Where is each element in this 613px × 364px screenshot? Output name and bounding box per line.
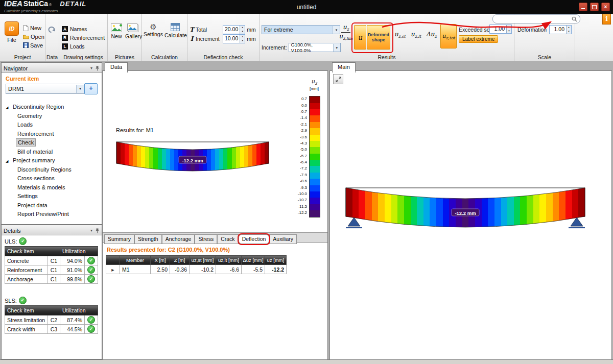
- names-toggle[interactable]: A Names: [62, 25, 105, 33]
- uztot-button[interactable]: uz,tot: [440, 24, 457, 48]
- calculate-button[interactable]: Calculate: [164, 23, 186, 38]
- uzst-button[interactable]: uz,st: [393, 29, 407, 40]
- legend-color-cell: [310, 115, 320, 122]
- collapse-icon[interactable]: ▾: [90, 66, 92, 70]
- maximize-button[interactable]: [590, 3, 599, 11]
- tree-item-cross-sections[interactable]: Cross-sections: [3, 174, 101, 183]
- result-tab-strength[interactable]: Strength: [134, 234, 162, 244]
- main-panel-tab[interactable]: Main: [332, 62, 356, 72]
- uls-section-label: ULS:✓: [5, 237, 27, 245]
- result-tab-anchorage[interactable]: Anchorage: [162, 234, 195, 244]
- new-button[interactable]: New: [23, 23, 44, 32]
- minimize-icon: [581, 8, 585, 9]
- fit-view-button[interactable]: [333, 74, 343, 84]
- u-result-button[interactable]: u: [354, 25, 366, 50]
- legend-tick: -7.9: [298, 172, 309, 178]
- tree-item-project-data[interactable]: Project data: [3, 201, 101, 210]
- save-button[interactable]: Save: [23, 41, 44, 50]
- file-button[interactable]: ID File: [2, 21, 22, 43]
- pin-icon[interactable]: [95, 66, 100, 71]
- label-extreme-button[interactable]: Label extreme: [459, 35, 498, 43]
- legend-color-cell: [310, 160, 320, 166]
- results-column-header[interactable]: Δuz [mm]: [242, 256, 265, 265]
- results-column-header[interactable]: X [m]: [151, 256, 170, 265]
- tree-item-bill-of-material[interactable]: Bill of material: [3, 148, 101, 157]
- results-table: MemberX [m]Z [m]uz,st [mm]uz,lt [mm]Δuz …: [106, 255, 287, 274]
- total-input[interactable]: 20.00▲▼: [223, 25, 245, 34]
- result-tab-summary[interactable]: Summary: [104, 234, 134, 244]
- collapse-icon[interactable]: ▾: [90, 228, 92, 233]
- uzlt-button[interactable]: uz,lt: [410, 29, 422, 40]
- tree-item-report-preview-print[interactable]: Report Preview/Print: [3, 210, 101, 219]
- check-row[interactable]: ConcreteC194.0%✓: [5, 256, 98, 265]
- check-row[interactable]: Crack widthC344.5%✓: [5, 325, 98, 334]
- tree-item-discontinuity-regions[interactable]: Discontinuity Regions: [3, 165, 101, 175]
- expander-icon[interactable]: ◢: [6, 103, 11, 112]
- spin-down-icon[interactable]: ▼: [240, 39, 245, 43]
- increment-select[interactable]: G100.0%, V100.0%▾: [289, 43, 341, 52]
- reinforcement-toggle[interactable]: R Reinforcement: [62, 33, 105, 42]
- pin-icon[interactable]: [95, 228, 100, 233]
- current-item-select[interactable]: DRM1▾: [6, 84, 84, 94]
- ribbon: ID File New Open Save Project Data: [0, 14, 613, 61]
- check-row[interactable]: AnchorageC199.8%✓: [5, 275, 98, 284]
- spin-down-icon[interactable]: ▼: [567, 30, 571, 34]
- check-utilization: 94.0%: [60, 256, 85, 265]
- undo-button[interactable]: [48, 26, 57, 34]
- deformed-shape-button[interactable]: Deformed shape: [367, 25, 390, 50]
- delta-uz-button[interactable]: Δuz: [425, 29, 438, 40]
- chevron-down-icon[interactable]: ▾: [76, 85, 84, 93]
- results-column-header[interactable]: uz [mm]: [265, 256, 287, 265]
- results-column-header[interactable]: uz,lt [mm]: [216, 256, 242, 265]
- tree-item-discontinuity-region[interactable]: ◢Discontinuity Region: [3, 103, 101, 112]
- loads-toggle[interactable]: L Loads: [62, 42, 105, 51]
- chevron-down-icon[interactable]: ▾: [333, 44, 340, 52]
- result-tab-stress[interactable]: Stress: [195, 234, 217, 244]
- extreme-select[interactable]: For extreme▾: [262, 25, 340, 34]
- spin-up-icon[interactable]: ▲: [567, 26, 571, 30]
- tree-item-check[interactable]: Check: [3, 138, 101, 148]
- close-button[interactable]: ×: [601, 3, 610, 11]
- ribbon-group-calculation: ⚙ Settings Calculate Calculation: [142, 14, 187, 61]
- open-button[interactable]: Open: [23, 32, 44, 41]
- result-tab-crack[interactable]: Crack: [217, 234, 238, 244]
- results-column-header[interactable]: uz,st [mm]: [190, 256, 216, 265]
- legend-color-cell: [310, 198, 320, 204]
- search-input[interactable]: [496, 16, 572, 22]
- spin-up-icon[interactable]: ▲: [240, 35, 245, 39]
- spin-down-icon[interactable]: ▼: [507, 29, 511, 33]
- result-tab-auxiliary[interactable]: Auxiliary: [269, 234, 297, 244]
- gallery-button[interactable]: Gallery: [125, 23, 140, 39]
- info-button[interactable]: i: [602, 14, 611, 25]
- results-column-header[interactable]: Member: [120, 256, 151, 265]
- tree-item-loads[interactable]: Loads: [3, 120, 101, 130]
- spin-up-icon[interactable]: ▲: [240, 26, 245, 30]
- tree-item-project-summary[interactable]: ◢Project summary: [3, 156, 101, 165]
- navigator-tree: ◢Discontinuity RegionGeometryLoadsReinfo…: [3, 103, 101, 219]
- results-column-header[interactable]: Z [m]: [170, 256, 190, 265]
- deformation-scale-input[interactable]: 1.00▲▼: [549, 25, 572, 34]
- result-tab-deflection[interactable]: Deflection: [239, 234, 270, 244]
- increment-input[interactable]: 10.00▲▼: [223, 34, 245, 43]
- add-item-button[interactable]: +: [84, 83, 98, 94]
- results-row[interactable]: ▸M12.50-0.36-10.2-6.6-5.5-12.2: [106, 265, 287, 274]
- settings-button[interactable]: ⚙ Settings: [143, 23, 164, 37]
- tree-item-reinforcement[interactable]: Reinforcement: [3, 130, 101, 139]
- exceeded-scale-input[interactable]: 1.00▲▼: [489, 25, 512, 34]
- column-utilization: Utilization: [60, 247, 98, 256]
- expander-icon[interactable]: ◢: [6, 157, 11, 165]
- spin-up-icon[interactable]: ▲: [507, 25, 511, 29]
- spin-down-icon[interactable]: ▼: [240, 30, 245, 34]
- tree-item-settings[interactable]: Settings: [3, 192, 101, 201]
- data-panel-tab[interactable]: Data: [105, 62, 128, 72]
- search-box[interactable]: [492, 14, 580, 23]
- tree-item-geometry[interactable]: Geometry: [3, 112, 101, 121]
- minimize-button[interactable]: [579, 3, 587, 11]
- check-row[interactable]: Stress limitationC287.4%✓: [5, 316, 98, 325]
- row-pointer-icon[interactable]: ▸: [106, 265, 120, 274]
- check-status-cell: ✓: [85, 256, 98, 265]
- picture-new-button[interactable]: New: [109, 23, 124, 39]
- group-label-results: Results: [260, 54, 514, 60]
- tree-item-materials-models[interactable]: Materials & models: [3, 183, 101, 192]
- check-row[interactable]: ReinforcementC191.0%✓: [5, 265, 98, 275]
